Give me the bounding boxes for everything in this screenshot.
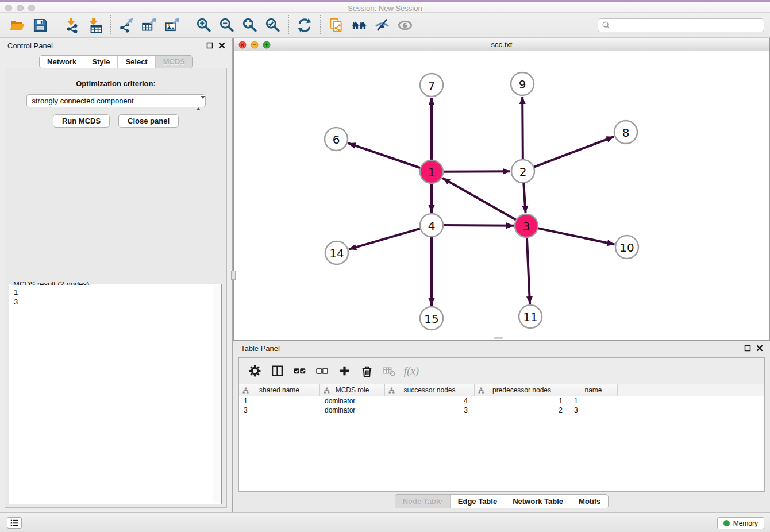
column-header-MCDS-role[interactable]: MCDS role: [320, 384, 385, 396]
search-input[interactable]: [610, 21, 760, 29]
tab-select[interactable]: Select: [118, 56, 155, 68]
close-panel-icon[interactable]: [218, 42, 225, 49]
tab-style[interactable]: Style: [84, 56, 118, 68]
zoom-fit-button[interactable]: [238, 14, 261, 36]
tab-edge-table[interactable]: Edge Table: [451, 495, 505, 508]
edge-1-2[interactable]: [443, 171, 510, 172]
close-panel-icon[interactable]: [756, 345, 763, 352]
export-network-button[interactable]: [115, 14, 138, 36]
column-label: successor nodes: [403, 386, 455, 394]
toolbar-separator: [288, 15, 289, 36]
cell-successor-nodes: 3: [385, 406, 475, 415]
run-mcds-button[interactable]: Run MCDS: [53, 114, 110, 128]
list-icon: [10, 518, 19, 527]
node-label-3: 3: [523, 219, 530, 233]
edge-2-8[interactable]: [534, 137, 614, 167]
hide-selected-button[interactable]: [371, 14, 394, 36]
task-history-button[interactable]: [7, 517, 22, 529]
houses-icon: [351, 17, 367, 33]
memory-button[interactable]: Memory: [717, 517, 764, 529]
edge-3-10[interactable]: [538, 228, 615, 244]
cell-predecessor-nodes: 2: [475, 406, 569, 415]
column-label: shared name: [259, 386, 299, 394]
node-label-8: 8: [622, 126, 630, 140]
cell-name: 3: [569, 406, 618, 415]
add-column-button[interactable]: [334, 361, 354, 381]
zoom-selected-icon: [265, 17, 281, 33]
canvas-scroll-grip[interactable]: [494, 337, 503, 339]
memory-label: Memory: [733, 519, 758, 527]
export-image-button[interactable]: [161, 14, 184, 36]
delete-column-button[interactable]: [357, 361, 376, 381]
edge-3-11[interactable]: [527, 237, 530, 304]
search-icon: [602, 21, 610, 29]
deselect-all-columns-button[interactable]: [312, 361, 332, 381]
table-mode-gear-button[interactable]: [245, 361, 264, 381]
close-panel-button[interactable]: Close panel: [118, 114, 179, 128]
column-header-successor-nodes[interactable]: successor nodes: [385, 384, 475, 396]
mcds-result-item[interactable]: 3: [14, 297, 209, 307]
toolbar-separator: [188, 15, 188, 36]
zoom-in-icon: [196, 17, 212, 33]
node-label-10: 10: [619, 241, 634, 255]
eye-icon: [397, 17, 413, 33]
edge-2-3[interactable]: [523, 183, 525, 213]
import-network-button[interactable]: [60, 14, 83, 36]
select-all-columns-button[interactable]: [290, 361, 309, 381]
tree-icon: [242, 387, 249, 394]
network-window-titlebar[interactable]: scc.txt: [234, 38, 769, 51]
new-network-from-selection-button[interactable]: [325, 14, 348, 36]
import-table-button[interactable]: [83, 14, 106, 36]
tab-network-table[interactable]: Network Table: [505, 495, 571, 508]
edge-1-6[interactable]: [348, 143, 421, 168]
tab-network[interactable]: Network: [40, 56, 84, 68]
window-title: Session: New Session: [0, 3, 770, 13]
optimization-criterion-select[interactable]: strongly connected component: [26, 94, 206, 107]
mcds-result-item[interactable]: 1: [14, 287, 209, 297]
column-header-shared-name[interactable]: shared name: [239, 384, 320, 396]
mcds-result-box: MCDS result (2 nodes) 13: [9, 284, 222, 504]
control-panel-header: Control Panel: [0, 38, 232, 54]
mcds-result-list[interactable]: 13: [10, 285, 213, 503]
node-label-2: 2: [519, 165, 527, 179]
table-row[interactable]: 1dominator411: [239, 396, 764, 406]
export-image-icon: [164, 17, 180, 33]
tab-node-table[interactable]: Node Table: [395, 495, 451, 508]
tab-motifs[interactable]: Motifs: [571, 495, 608, 508]
zoom-out-button[interactable]: [215, 14, 238, 36]
splitter-grip[interactable]: [231, 271, 236, 280]
zoom-in-button[interactable]: [192, 14, 215, 36]
node-label-6: 6: [333, 133, 340, 147]
cell-MCDS-role: dominator: [320, 406, 385, 415]
node-table-container: f(x) shared nameMCDS rolesuccessor nodes…: [238, 357, 765, 492]
apply-layout-button[interactable]: [293, 14, 316, 36]
network-canvas[interactable]: 7968124314101511: [234, 52, 769, 340]
float-panel-icon[interactable]: [206, 42, 213, 49]
export-table-button[interactable]: [138, 14, 161, 36]
table-row[interactable]: 3dominator323: [239, 406, 764, 415]
float-panel-icon[interactable]: [744, 345, 751, 352]
column-selector-button[interactable]: [267, 361, 287, 381]
toolbar-separator: [110, 15, 111, 36]
save-session-button[interactable]: [29, 14, 52, 36]
first-neighbors-button[interactable]: [348, 14, 371, 36]
table-panel-header: Table Panel: [233, 341, 770, 357]
checked-boxes-icon: [293, 364, 306, 377]
zoom-selected-button[interactable]: [261, 14, 284, 36]
edge-3-1[interactable]: [442, 178, 517, 220]
open-file-button[interactable]: [6, 14, 29, 36]
show-all-button[interactable]: [394, 14, 417, 36]
column-header-name[interactable]: name: [569, 384, 618, 396]
toolbar-separator: [56, 15, 56, 36]
node-label-15: 15: [424, 312, 438, 326]
tab-mcds[interactable]: MCDS: [156, 56, 192, 68]
edge-2-9[interactable]: [522, 97, 523, 160]
open-folder-icon: [9, 17, 25, 33]
node-label-11: 11: [523, 310, 537, 324]
edge-4-14[interactable]: [349, 229, 421, 249]
result-scrollbar[interactable]: [213, 285, 221, 503]
node-label-7: 7: [428, 79, 436, 92]
edge-4-3[interactable]: [443, 225, 514, 226]
column-header-predecessor-nodes[interactable]: predecessor nodes: [475, 384, 569, 396]
save-icon: [32, 17, 48, 33]
